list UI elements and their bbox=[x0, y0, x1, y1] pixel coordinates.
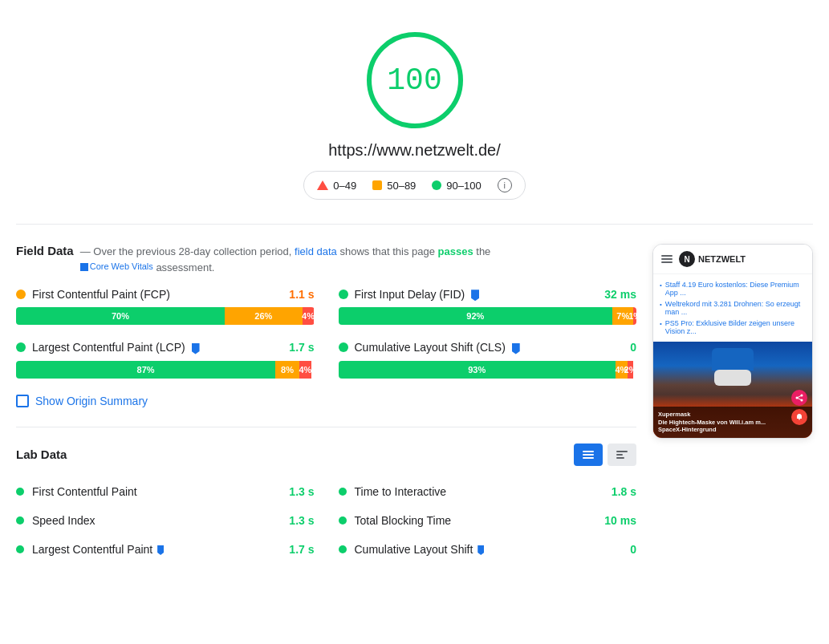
svg-rect-5 bbox=[616, 457, 624, 459]
menu-line-3 bbox=[661, 261, 673, 263]
bar-fid-red: 1% bbox=[633, 307, 636, 325]
news-text-3: PS5 Pro: Exklusive Bilder zeigen unsere … bbox=[665, 319, 806, 335]
lab-name-si: Speed Index bbox=[32, 514, 281, 527]
lab-metric-cls: Cumulative Layout Shift 0 bbox=[339, 540, 637, 559]
metric-name-cls: Cumulative Layout Shift (CLS) bbox=[355, 341, 624, 354]
metric-value-lcp: 1.7 s bbox=[289, 341, 314, 354]
legend-label-red: 0–49 bbox=[333, 180, 356, 192]
preview-news-item-2: • Weltrekord mit 3.281 Drohnen: So erzeu… bbox=[660, 298, 806, 318]
field-data-header: Field Data — Over the previous 28-day co… bbox=[16, 244, 636, 275]
metric-name-lcp: Largest Contentful Paint (LCP) bbox=[32, 341, 282, 354]
image-title: XupermaskDie Hightech-Maske von Will.i.a… bbox=[658, 411, 807, 434]
preview-news-list: • Staff 4.19 Euro kostenlos: Diese Premi… bbox=[653, 274, 812, 342]
right-panel: N NETZWELT • Staff 4.19 Euro kostenlos: … bbox=[652, 244, 813, 559]
lab-data-section: Lab Data bbox=[16, 427, 636, 559]
metric-dot-fcp bbox=[16, 290, 26, 299]
legend-item-green: 90–100 bbox=[432, 180, 481, 192]
grid-icon bbox=[583, 451, 594, 459]
bullet-icon-2: • bbox=[660, 301, 662, 308]
lab-value-tti: 1.8 s bbox=[612, 485, 636, 498]
view-toggle bbox=[574, 444, 636, 466]
lab-metrics-grid: First Contentful Paint 1.3 s Time to Int… bbox=[16, 482, 636, 559]
metric-value-fcp: 1.1 s bbox=[289, 288, 314, 301]
origin-summary-row[interactable]: Show Origin Summary bbox=[16, 395, 636, 407]
person-background: XupermaskDie Hightech-Maske von Will.i.a… bbox=[653, 342, 812, 438]
logo-icon: N bbox=[679, 251, 695, 267]
lab-dot-fcp bbox=[16, 488, 24, 496]
score-section: 100 https://www.netzwelt.de/ 0–49 50–89 … bbox=[16, 16, 813, 225]
svg-rect-0 bbox=[583, 451, 594, 452]
mask-shape bbox=[714, 370, 751, 386]
preview-news-item-1: • Staff 4.19 Euro kostenlos: Diese Premi… bbox=[660, 279, 806, 298]
metric-value-cls: 0 bbox=[630, 341, 636, 354]
flag-cls bbox=[512, 343, 520, 354]
flag-lab-lcp bbox=[157, 545, 164, 555]
metric-cls-header: Cumulative Layout Shift (CLS) 0 bbox=[339, 341, 637, 354]
lab-dot-si bbox=[16, 516, 24, 525]
lab-dot-cls2 bbox=[339, 545, 347, 553]
bullet-icon-3: • bbox=[660, 320, 662, 327]
triangle-icon bbox=[317, 180, 328, 190]
lab-metric-fcp: First Contentful Paint 1.3 s bbox=[16, 482, 315, 501]
field-data-title: Field Data bbox=[16, 244, 74, 257]
metric-cls: Cumulative Layout Shift (CLS) 0 93% 4% 2… bbox=[339, 341, 637, 378]
core-web-vitals-link[interactable]: Core Web Vitals bbox=[80, 260, 153, 273]
score-value: 100 bbox=[387, 63, 441, 98]
square-icon bbox=[372, 180, 382, 190]
metric-dot-lcp bbox=[16, 342, 26, 352]
metric-fid-header: First Input Delay (FID) 32 ms bbox=[339, 288, 637, 301]
menu-line-1 bbox=[661, 255, 673, 257]
metrics-grid: First Contentful Paint (FCP) 1.1 s 70% 2… bbox=[16, 288, 636, 379]
menu-line-2 bbox=[661, 258, 673, 260]
lab-metric-si: Speed Index 1.3 s bbox=[16, 511, 315, 530]
bar-fcp-green: 70% bbox=[16, 307, 225, 325]
preview-header: N NETZWELT bbox=[653, 245, 812, 274]
hamburger-icon bbox=[661, 255, 673, 263]
toggle-grid-button[interactable] bbox=[574, 444, 603, 466]
progress-bar-fcp: 70% 26% 4% bbox=[16, 307, 315, 325]
share-icon bbox=[795, 394, 803, 402]
lab-dot-lcp2 bbox=[16, 545, 24, 553]
lab-name-lcp2: Largest Contentful Paint bbox=[32, 543, 281, 556]
share-button[interactable] bbox=[791, 390, 807, 406]
lab-metric-tti: Time to Interactive 1.8 s bbox=[339, 482, 637, 501]
main-content: Field Data — Over the previous 28-day co… bbox=[16, 225, 813, 559]
image-overlay: XupermaskDie Hightech-Maske von Will.i.a… bbox=[653, 407, 812, 438]
flag-lab-cls bbox=[477, 545, 484, 555]
notification-button[interactable] bbox=[791, 409, 807, 425]
field-data-link[interactable]: field data bbox=[295, 245, 337, 257]
legend-label-green: 90–100 bbox=[446, 180, 481, 192]
lab-metric-tbt: Total Blocking Time 10 ms bbox=[339, 511, 637, 530]
svg-line-9 bbox=[797, 395, 802, 398]
svg-line-10 bbox=[797, 398, 802, 400]
bar-lcp-green: 87% bbox=[16, 361, 275, 379]
progress-bar-fid: 92% 7% 1% bbox=[339, 307, 637, 325]
score-legend: 0–49 50–89 90–100 i bbox=[303, 171, 525, 200]
news-text-2: Weltrekord mit 3.281 Drohnen: So erzeugt… bbox=[665, 300, 806, 316]
lab-name-fcp: First Contentful Paint bbox=[32, 485, 281, 498]
lab-name-tti: Time to Interactive bbox=[355, 485, 603, 498]
bar-fcp-red: 4% bbox=[303, 307, 315, 325]
toggle-list-button[interactable] bbox=[608, 444, 636, 466]
logo-letter: N bbox=[684, 255, 689, 264]
circle-icon bbox=[432, 180, 441, 190]
cwv-icon bbox=[80, 263, 88, 271]
bullet-icon-1: • bbox=[660, 281, 662, 289]
bar-fcp-orange: 26% bbox=[225, 307, 303, 325]
svg-rect-11 bbox=[799, 419, 800, 420]
site-logo: N NETZWELT bbox=[679, 251, 746, 267]
metric-lcp: Largest Contentful Paint (LCP) 1.7 s 87%… bbox=[16, 341, 315, 378]
hat-shape bbox=[712, 348, 754, 371]
left-panel: Field Data — Over the previous 28-day co… bbox=[16, 244, 636, 559]
site-preview: N NETZWELT • Staff 4.19 Euro kostenlos: … bbox=[652, 244, 813, 439]
lab-value-si: 1.3 s bbox=[289, 514, 314, 527]
info-icon[interactable]: i bbox=[498, 178, 512, 192]
bar-cls-red: 2% bbox=[628, 361, 633, 379]
lab-data-title: Lab Data bbox=[16, 448, 574, 461]
preview-person-image: XupermaskDie Hightech-Maske von Will.i.a… bbox=[653, 342, 812, 438]
origin-summary-checkbox[interactable] bbox=[16, 395, 29, 407]
bar-lcp-red: 4% bbox=[299, 361, 311, 379]
metric-dot-fid bbox=[339, 290, 348, 299]
origin-summary-label: Show Origin Summary bbox=[35, 395, 148, 407]
flag-fid bbox=[471, 290, 479, 301]
